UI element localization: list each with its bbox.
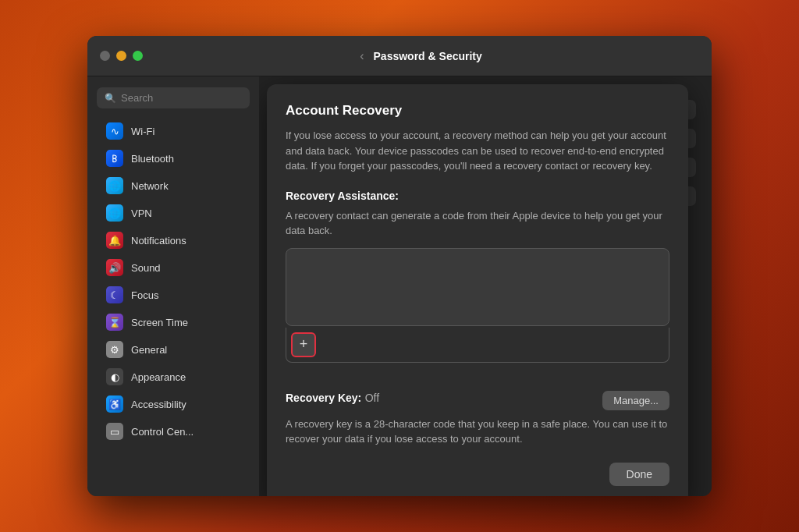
sidebar-item-sound[interactable]: 🔊 Sound: [94, 254, 253, 281]
traffic-lights: [100, 51, 143, 61]
recovery-list-area: [286, 248, 669, 326]
sidebar-item-vpn[interactable]: 🌐 VPN: [94, 200, 253, 226]
sidebar-label-wifi: Wi-Fi: [131, 126, 154, 137]
sidebar-item-focus[interactable]: ☾ Focus: [94, 282, 253, 308]
done-button[interactable]: Done: [609, 463, 669, 486]
sidebar-label-focus: Focus: [131, 289, 158, 301]
wifi-icon: ∿: [106, 122, 123, 140]
add-button-row: +: [286, 328, 669, 363]
bluetooth-icon: 𐌁: [106, 150, 123, 167]
back-arrow-icon[interactable]: ‹: [360, 49, 364, 63]
sidebar-item-network[interactable]: 🌐 Network: [94, 172, 253, 199]
minimize-button[interactable]: [116, 51, 126, 61]
main-content: 🔍 Search ∿ Wi-Fi 𐌁 Bluetooth 🌐 Network 🌐…: [87, 76, 712, 496]
appearance-icon: ◐: [106, 368, 123, 385]
recovery-assistance-title: Recovery Assistance:: [286, 190, 669, 202]
window-title: Password & Security: [374, 50, 482, 62]
screen-time-icon: ⌛: [106, 314, 123, 331]
sidebar-item-wifi[interactable]: ∿ Wi-Fi: [94, 118, 253, 144]
sidebar-label-appearance: Appearance: [131, 371, 186, 383]
sound-icon: 🔊: [106, 259, 123, 276]
sidebar-label-notifications: Notifications: [131, 235, 186, 246]
control-center-icon: ▭: [106, 423, 123, 440]
recovery-key-row: Recovery Key: Off Manage...: [286, 391, 669, 410]
modal-footer: Done: [286, 463, 669, 486]
sidebar-label-accessibility: Accessibility: [131, 399, 186, 410]
recovery-key-desc: A recovery key is a 28-character code th…: [286, 417, 669, 447]
focus-icon: ☾: [106, 286, 123, 303]
search-icon: 🔍: [105, 93, 116, 104]
sidebar-item-bluetooth[interactable]: 𐌁 Bluetooth: [94, 145, 253, 172]
accessibility-icon: ♿: [106, 395, 123, 413]
sidebar-item-accessibility[interactable]: ♿ Accessibility: [94, 391, 253, 417]
sidebar-item-screen-time[interactable]: ⌛ Screen Time: [94, 309, 253, 335]
network-icon: 🌐: [106, 177, 123, 194]
general-icon: ⚙: [106, 341, 123, 358]
sidebar-item-notifications[interactable]: 🔔 Notifications: [94, 227, 253, 254]
title-bar: ‹ Password & Security: [87, 36, 712, 76]
sidebar-label-control-center: Control Cen...: [131, 426, 194, 438]
main-window: ‹ Password & Security 🔍 Search ∿ Wi-Fi 𐌁…: [87, 36, 712, 496]
vpn-icon: 🌐: [106, 204, 123, 222]
sidebar-label-vpn: VPN: [131, 207, 152, 219]
sidebar-item-appearance[interactable]: ◐ Appearance: [94, 364, 253, 390]
sidebar-label-network: Network: [131, 180, 169, 192]
sidebar-item-general[interactable]: ⚙ General: [94, 336, 253, 363]
sidebar-label-general: General: [131, 344, 167, 356]
manage-recovery-key-button[interactable]: Manage...: [602, 391, 669, 410]
search-placeholder: Search: [121, 92, 153, 104]
sidebar-label-sound: Sound: [131, 262, 161, 274]
title-bar-center: ‹ Password & Security: [143, 49, 699, 63]
sidebar-item-control-center[interactable]: ▭ Control Cen...: [94, 418, 253, 445]
modal-description: If you lose access to your account, a re…: [286, 128, 669, 174]
account-recovery-modal: Account Recovery If you lose access to y…: [267, 84, 688, 496]
sidebar-label-screen-time: Screen Time: [131, 317, 188, 328]
maximize-button[interactable]: [133, 51, 143, 61]
recovery-assistance-text: A recovery contact can generate a code f…: [286, 208, 669, 239]
notifications-icon: 🔔: [106, 232, 123, 249]
recovery-key-label-text: Recovery Key: Off: [286, 391, 379, 405]
modal-title: Account Recovery: [286, 103, 669, 119]
add-recovery-contact-button[interactable]: +: [291, 332, 316, 357]
modal-overlay: Account Recovery If you lose access to y…: [259, 76, 712, 496]
close-button[interactable]: [100, 51, 110, 61]
sidebar: 🔍 Search ∿ Wi-Fi 𐌁 Bluetooth 🌐 Network 🌐…: [87, 76, 259, 496]
sidebar-label-bluetooth: Bluetooth: [131, 153, 174, 165]
search-bar[interactable]: 🔍 Search: [97, 87, 250, 108]
right-pane: cation Code Add... Manage... Manage... A…: [259, 76, 712, 496]
